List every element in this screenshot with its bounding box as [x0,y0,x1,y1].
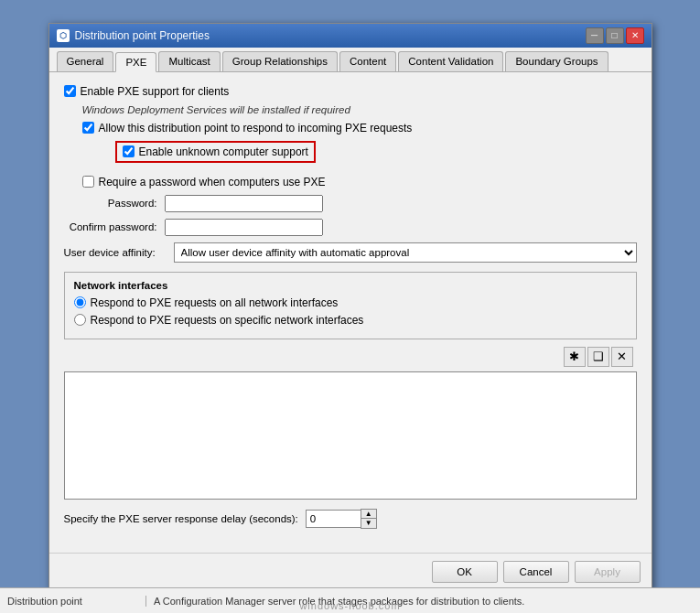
delete-button[interactable]: ✕ [611,347,633,367]
respond-specific-row: Respond to PXE requests on specific netw… [74,314,627,327]
enable-pxe-label: Enable PXE support for clients [81,85,230,98]
allow-incoming-checkbox[interactable] [82,122,94,134]
respond-specific-radio[interactable] [74,314,86,326]
tab-content-validation[interactable]: Content Validation [398,51,503,71]
respond-specific-label: Respond to PXE requests on specific netw… [91,314,364,327]
respond-all-radio[interactable] [74,296,86,308]
respond-all-row: Respond to PXE requests on all network i… [74,296,627,309]
network-interfaces-group: Network interfaces Respond to PXE reques… [64,272,637,339]
enable-pxe-checkbox[interactable] [64,85,76,97]
confirm-password-input[interactable] [165,219,323,236]
tab-content[interactable]: Content [339,51,396,71]
interfaces-listbox[interactable] [64,371,637,500]
minimize-button[interactable]: ─ [586,27,604,44]
pxe-tab-content: Enable PXE support for clients Windows D… [49,72,652,553]
cancel-button[interactable]: Cancel [503,561,569,583]
copy-button[interactable]: ❑ [587,347,609,367]
tab-general[interactable]: General [57,51,114,71]
list-toolbar: ✱ ❑ ✕ [64,347,637,367]
apply-button[interactable]: Apply [575,561,641,583]
password-field-row: Password: [64,195,637,212]
enable-pxe-row: Enable PXE support for clients [64,85,637,98]
title-bar: ⬡ Distribution point Properties ─ □ ✕ [49,24,652,48]
affinity-row: User device affinity: Allow user device … [64,242,637,263]
distribution-point-dialog: ⬡ Distribution point Properties ─ □ ✕ Ge… [48,23,652,591]
tab-bar: General PXE Multicast Group Relationship… [49,48,652,72]
enable-unknown-checkbox[interactable] [123,145,135,157]
spinner-up-button[interactable]: ▲ [361,510,376,519]
status-bar: Distribution point A Configuration Manag… [0,587,700,613]
respond-all-label: Respond to PXE requests on all network i… [91,296,339,309]
title-bar-left: ⬡ Distribution point Properties [57,29,210,42]
password-input[interactable] [165,195,323,212]
dialog-icon: ⬡ [57,29,70,42]
delay-input[interactable] [306,510,361,528]
spinner-buttons: ▲ ▼ [361,509,377,529]
delay-spinner: ▲ ▼ [306,509,377,529]
affinity-label: User device affinity: [64,247,174,258]
tab-group-relationships[interactable]: Group Relationships [222,51,338,71]
tab-pxe[interactable]: PXE [115,52,156,72]
delay-label: Specify the PXE server response delay (s… [64,513,298,524]
enable-unknown-highlighted-row: Enable unknown computer support [115,141,316,163]
dialog-title: Distribution point Properties [75,29,210,42]
ok-button[interactable]: OK [432,561,498,583]
password-label: Password: [64,198,165,209]
maximize-button[interactable]: □ [606,27,624,44]
enable-unknown-label: Enable unknown computer support [139,145,308,158]
require-password-label: Require a password when computers use PX… [99,176,326,188]
require-password-row: Require a password when computers use PX… [82,176,637,188]
confirm-password-label: Confirm password: [64,221,165,232]
title-controls: ─ □ ✕ [586,27,644,44]
wds-info-text: Windows Deployment Services will be inst… [82,104,637,115]
watermark: windows-noob.com [299,600,400,611]
confirm-password-field-row: Confirm password: [64,219,637,236]
dialog-footer: OK Cancel Apply [49,553,652,590]
allow-incoming-label: Allow this distribution point to respond… [99,122,413,134]
delay-row: Specify the PXE server response delay (s… [64,509,637,529]
allow-incoming-row: Allow this distribution point to respond… [82,122,637,134]
tab-boundary-groups[interactable]: Boundary Groups [505,51,608,71]
close-button[interactable]: ✕ [626,27,644,44]
require-password-checkbox[interactable] [82,176,94,188]
add-button[interactable]: ✱ [564,347,586,367]
network-interfaces-title: Network interfaces [74,280,627,291]
tab-multicast[interactable]: Multicast [158,51,220,71]
spinner-down-button[interactable]: ▼ [361,519,376,528]
status-left: Distribution point [0,596,146,607]
affinity-select[interactable]: Allow user device affinity with automati… [174,242,637,263]
